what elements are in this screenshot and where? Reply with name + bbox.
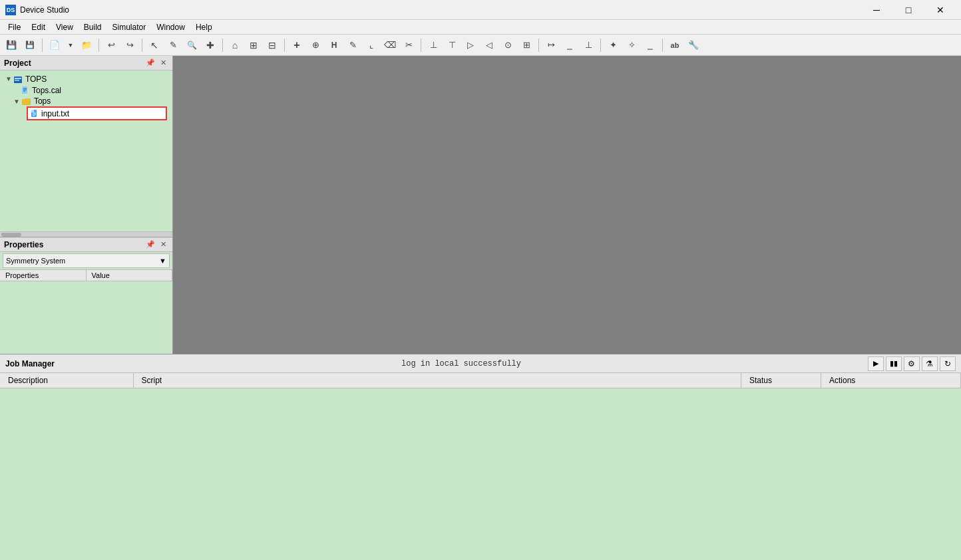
main-canvas[interactable] [173,56,961,354]
file-icon-input-txt [31,108,39,118]
toolbar-net-button[interactable]: ✦ [604,37,622,54]
menu-file[interactable]: File [3,21,26,33]
svg-rect-8 [31,110,34,112]
tree-item-tops[interactable]: ▼ TOPS [3,73,170,85]
toolbar-net2-button[interactable]: ✧ [623,37,640,54]
toolbar-grid1-button[interactable]: ⊞ [245,37,262,54]
properties-panel: Properties 📌 ✕ Symmetry System ▼ Propert… [0,237,172,354]
jm-btn-1[interactable]: ▶ [868,356,884,371]
properties-dropdown[interactable]: Symmetry System ▼ [3,253,170,268]
chevron-down-icon: ▼ [159,257,166,265]
window-title: Device Studio [20,5,69,15]
project-panel-close-button[interactable]: ✕ [158,58,168,69]
jm-btn-3[interactable]: ⚙ [904,356,920,371]
toolbar-tool-button[interactable]: 🔧 [685,37,702,54]
zoom-icon: 🔍 [187,41,197,50]
menu-simulator[interactable]: Simulator [107,21,152,33]
toolbar-save2-button[interactable]: 💾 [21,37,39,54]
toolbar-space-button[interactable]: ⊥ [580,37,597,54]
toolbar-arc-button[interactable]: ⌞ [363,37,380,54]
properties-panel-header: Properties 📌 ✕ [0,237,172,252]
save1-icon: 💾 [6,40,17,50]
toolbar-node-button[interactable]: ⊕ [307,37,324,54]
toolbar-select-button[interactable]: ↖ [146,37,163,54]
menu-window[interactable]: Window [151,21,190,33]
toolbar-pen-button[interactable]: ✎ [344,37,361,54]
menu-bar: File Edit View Build Simulator Window He… [0,20,961,35]
pattern1-icon: ⊙ [504,40,512,50]
toolbar-home-button[interactable]: ⌂ [226,37,244,54]
toolbar-sym2-button[interactable]: ◁ [480,37,498,54]
main-layout: Project 📌 ✕ ▼ [0,56,961,560]
toolbar-sep9 [662,39,663,52]
toolbar-pencil-button[interactable]: ✎ [164,37,182,54]
toolbar-sep2 [98,39,99,52]
tree-label-tops-cal: Tops.cal [32,86,61,95]
jm-btn-4[interactable]: ⚗ [922,356,938,371]
toolbar-text-button[interactable]: ab [666,37,683,54]
grid1-icon: ⊞ [250,40,258,51]
toolbar-pattern1-button[interactable]: ⊙ [499,37,516,54]
node-icon: ⊕ [312,40,319,50]
properties-dropdown-value: Symmetry System [6,257,65,265]
close-button[interactable]: ✕ [925,0,956,20]
toolbar-hline-button[interactable]: H [325,37,343,54]
toolbar-grid2-button[interactable]: ⊟ [264,37,281,54]
tree-label-input-txt: input.txt [41,109,69,118]
content-area: Project 📌 ✕ ▼ [0,56,961,354]
job-table: Description Script Status Actions [0,373,961,388]
minimize-button[interactable]: ─ [861,0,892,20]
tree-item-tops-folder[interactable]: ▼ Tops [3,96,170,106]
toolbar-undo-button[interactable]: ↩ [102,37,120,54]
toolbar-add-button[interactable]: + [288,37,305,54]
toolbar-vertex-button[interactable]: ⌫ [381,37,399,54]
toolbar-redo-button[interactable]: ↪ [121,37,138,54]
maximize-button[interactable]: □ [893,0,924,20]
toolbar-cut-button[interactable]: ✂ [400,37,417,54]
tree-item-input-txt[interactable]: input.txt [27,106,167,120]
tree-item-tops-cal[interactable]: Tops.cal [3,85,170,96]
toolbar-open-button[interactable]: 📁 [78,37,95,54]
menu-view[interactable]: View [51,21,79,33]
job-table-container[interactable]: Description Script Status Actions [0,373,961,560]
select-icon: ↖ [150,40,158,51]
job-col-description: Description [0,373,133,388]
jm-btn-5[interactable]: ↻ [940,356,956,371]
toolbar-align-button[interactable]: ⎯ [561,37,578,54]
properties-table: Properties Value [0,269,172,354]
net-icon: ✦ [610,40,617,50]
toolbar-net3-button[interactable]: ⎯ [642,37,659,54]
toolbar-sym1-button[interactable]: ▷ [462,37,479,54]
project-panel: Project 📌 ✕ ▼ [0,56,172,237]
toolbar-flip-button[interactable]: ⊤ [443,37,461,54]
net2-icon: ✧ [628,40,636,50]
toolbar-mirror-button[interactable]: ⊥ [425,37,442,54]
toolbar-sep8 [600,39,601,52]
tree-arrow-tops: ▼ [5,75,12,82]
properties-panel-pin-button[interactable]: 📌 [145,239,156,250]
project-scrollbar-h[interactable] [0,231,172,237]
pencil-icon: ✎ [170,40,177,50]
grid2-icon: ⊟ [268,40,276,51]
properties-col-properties: Properties [0,270,87,281]
menu-build[interactable]: Build [79,21,107,33]
jm-btn-2[interactable]: ▮▮ [886,356,902,371]
properties-panel-close-button[interactable]: ✕ [158,239,168,250]
jm-icon-2: ▮▮ [890,359,898,368]
title-bar-left: DS Device Studio [5,5,69,15]
toolbar-new-button[interactable]: 📄 [46,37,63,54]
project-panel-pin-button[interactable]: 📌 [145,58,156,69]
menu-edit[interactable]: Edit [26,21,51,33]
toolbar-pattern2-button[interactable]: ⊞ [518,37,535,54]
toolbar-stretch-button[interactable]: ↦ [542,37,560,54]
job-col-status: Status [741,373,821,388]
stretch-icon: ↦ [548,40,555,50]
toolbar-zoom-button[interactable]: 🔍 [183,37,200,54]
toolbar-new-drop-button[interactable]: ▼ [65,37,77,54]
project-panel-header: Project 📌 ✕ [0,56,172,70]
menu-help[interactable]: Help [190,21,218,33]
left-panel: Project 📌 ✕ ▼ [0,56,173,354]
toolbar-move-button[interactable]: ✚ [202,37,219,54]
toolbar-save1-button[interactable]: 💾 [3,37,20,54]
flip-icon: ⊤ [449,40,456,50]
